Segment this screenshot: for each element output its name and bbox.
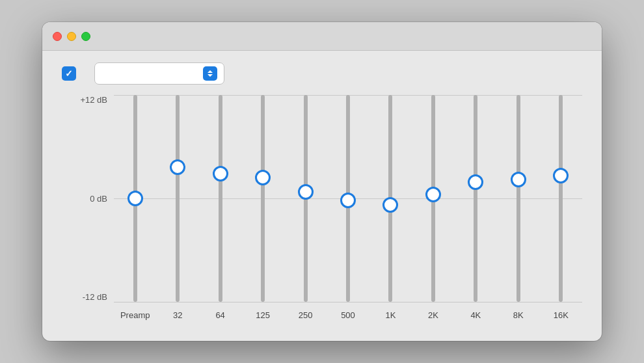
slider-column-125hz: 125 (241, 95, 284, 328)
slider-label-preamp: Preamp (120, 302, 150, 328)
slider-track-area-64hz (199, 95, 241, 302)
slider-track-area-500hz (327, 95, 369, 302)
slider-track-500hz[interactable] (346, 95, 350, 302)
slider-column-8khz: 8K (497, 95, 539, 328)
slider-track-area-16khz (540, 95, 582, 302)
slider-thumb-8khz[interactable] (511, 172, 526, 187)
slider-column-16khz: 16K (540, 95, 582, 328)
slider-thumb-2khz[interactable] (425, 187, 441, 202)
slider-column-500hz: 500 (327, 95, 369, 328)
slider-label-500hz: 500 (341, 302, 355, 328)
slider-thumb-preamp[interactable] (127, 191, 143, 206)
slider-track-area-32hz (156, 95, 198, 302)
db-labels: +12 dB 0 dB -12 dB (62, 95, 114, 328)
slider-thumb-32hz[interactable] (170, 159, 185, 175)
slider-track-area-250hz (284, 95, 327, 302)
slider-track-area-preamp (114, 95, 156, 302)
db-label-0: 0 dB (90, 194, 107, 204)
slider-track-area-125hz (241, 95, 284, 302)
slider-track-preamp[interactable] (133, 95, 137, 302)
slider-column-2khz: 2K (412, 95, 454, 328)
equalizer-window: ✓ (42, 22, 602, 341)
on-checkbox-container[interactable]: ✓ (62, 66, 81, 81)
slider-track-16khz[interactable] (559, 95, 563, 302)
slider-track-32hz[interactable] (176, 95, 180, 302)
slider-track-8khz[interactable] (517, 95, 520, 302)
slider-thumb-64hz[interactable] (213, 166, 228, 182)
slider-thumb-16khz[interactable] (553, 168, 569, 183)
slider-track-64hz[interactable] (219, 95, 222, 302)
slider-label-32hz: 32 (173, 302, 182, 328)
slider-thumb-500hz[interactable] (340, 193, 356, 208)
checkmark-icon: ✓ (65, 69, 73, 78)
slider-column-preamp: Preamp (114, 95, 156, 328)
slider-label-8khz: 8K (513, 302, 524, 328)
slider-track-4khz[interactable] (474, 95, 477, 302)
slider-track-area-2khz (412, 95, 454, 302)
slider-column-64hz: 64 (199, 95, 241, 328)
slider-column-1khz: 1K (369, 95, 412, 328)
slider-track-2khz[interactable] (431, 95, 435, 302)
eq-area: +12 dB 0 dB -12 dB Preamp32641252505001K… (62, 95, 582, 328)
slider-label-4khz: 4K (470, 302, 481, 328)
on-checkbox[interactable]: ✓ (62, 66, 76, 81)
slider-column-250hz: 250 (284, 95, 327, 328)
slider-track-area-1khz (369, 95, 412, 302)
slider-track-1khz[interactable] (388, 95, 392, 302)
minimize-button[interactable] (67, 32, 76, 41)
slider-label-125hz: 125 (256, 302, 270, 328)
top-bar: ✓ (62, 62, 582, 85)
slider-track-125hz[interactable] (261, 95, 265, 302)
slider-label-1khz: 1K (385, 302, 396, 328)
slider-thumb-125hz[interactable] (255, 170, 271, 185)
db-label-minus12: -12 dB (83, 292, 107, 302)
eq-grid: +12 dB 0 dB -12 dB Preamp32641252505001K… (62, 95, 582, 328)
content-area: ✓ (42, 51, 602, 341)
slider-label-2khz: 2K (428, 302, 438, 328)
slider-label-250hz: 250 (299, 302, 313, 328)
slider-thumb-250hz[interactable] (298, 184, 314, 200)
slider-track-area-8khz (497, 95, 539, 302)
db-label-plus12: +12 dB (80, 95, 107, 105)
slider-label-64hz: 64 (215, 302, 224, 328)
slider-column-4khz: 4K (455, 95, 497, 328)
preset-dropdown[interactable] (94, 62, 224, 85)
slider-label-16khz: 16K (554, 302, 569, 328)
chevron-updown-icon (203, 66, 217, 81)
slider-column-32hz: 32 (156, 95, 198, 328)
slider-thumb-4khz[interactable] (468, 174, 483, 190)
slider-thumb-1khz[interactable] (382, 197, 398, 213)
traffic-lights (53, 32, 90, 41)
close-button[interactable] (53, 32, 62, 41)
slider-track-area-4khz (455, 95, 497, 302)
titlebar (42, 22, 602, 51)
slider-track-250hz[interactable] (304, 95, 308, 302)
zoom-button[interactable] (81, 32, 90, 41)
sliders-container: Preamp32641252505001K2K4K8K16K (114, 95, 582, 328)
